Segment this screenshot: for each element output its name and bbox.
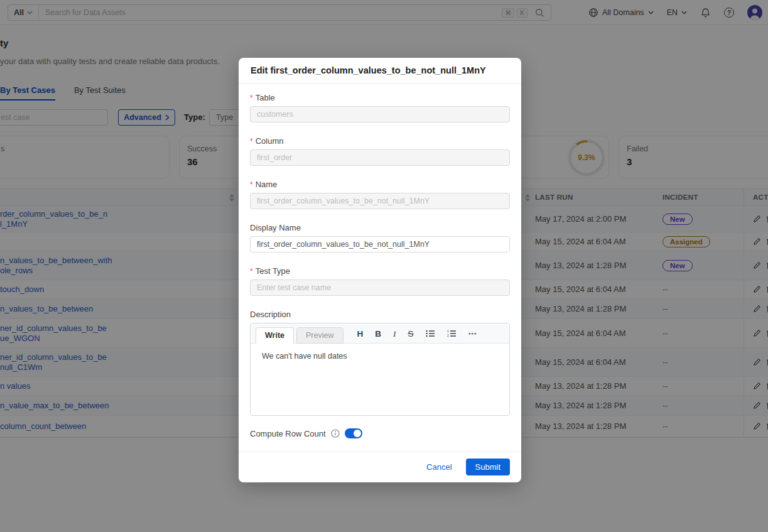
cancel-button[interactable]: Cancel bbox=[426, 462, 452, 472]
svg-text:2: 2 bbox=[447, 334, 449, 337]
name-field-label: * Name bbox=[250, 180, 510, 189]
description-content[interactable]: We can't have null dates bbox=[251, 344, 509, 369]
bold-icon[interactable]: B bbox=[375, 330, 381, 339]
column-field bbox=[250, 149, 510, 166]
more-options-icon[interactable]: ⋯ bbox=[468, 330, 478, 339]
write-tab[interactable]: Write bbox=[256, 327, 294, 344]
required-asterisk: * bbox=[250, 94, 253, 102]
strikethrough-icon[interactable]: S bbox=[408, 330, 414, 339]
numbered-list-icon[interactable]: 12 bbox=[447, 330, 457, 337]
info-icon[interactable] bbox=[331, 429, 340, 438]
description-editor: Write Preview H B I S 12 ⋯ We can't have… bbox=[250, 323, 510, 416]
test-type-field bbox=[250, 280, 510, 296]
name-field bbox=[250, 193, 510, 209]
italic-icon[interactable]: I bbox=[393, 330, 396, 339]
modal-title: Edit first_order_column_values_to_be_not… bbox=[251, 65, 486, 75]
table-field-label: * Table bbox=[250, 93, 510, 102]
bullet-list-icon[interactable] bbox=[426, 330, 435, 337]
submit-button[interactable]: Submit bbox=[466, 459, 510, 475]
test-type-field-label: * Test Type bbox=[250, 266, 510, 276]
heading-icon[interactable]: H bbox=[357, 330, 364, 339]
required-asterisk: * bbox=[250, 180, 253, 189]
modal-header: Edit first_order_column_values_to_be_not… bbox=[239, 58, 521, 84]
edit-test-case-modal: Edit first_order_column_values_to_be_not… bbox=[239, 58, 521, 482]
compute-row-count-row: Compute Row Count bbox=[250, 428, 510, 438]
column-field-label: * Column bbox=[250, 136, 510, 146]
required-asterisk: * bbox=[250, 267, 253, 276]
compute-row-count-label: Compute Row Count bbox=[250, 429, 326, 438]
table-field bbox=[250, 106, 510, 122]
display-name-field-label: Display Name bbox=[250, 223, 510, 232]
toggle-knob bbox=[354, 430, 361, 437]
modal-footer: Cancel Submit bbox=[239, 451, 521, 482]
preview-tab[interactable]: Preview bbox=[296, 327, 343, 344]
svg-text:1: 1 bbox=[447, 330, 449, 333]
required-asterisk: * bbox=[250, 137, 253, 146]
editor-toolbar: Write Preview H B I S 12 ⋯ bbox=[251, 323, 509, 344]
description-field-label: Description bbox=[250, 310, 510, 319]
app-window: All Search for Data Assets ⌘ K All Domai… bbox=[0, 0, 768, 532]
display-name-field[interactable] bbox=[250, 236, 510, 252]
compute-row-count-toggle[interactable] bbox=[345, 428, 362, 438]
modal-body: * Table * Column * Name bbox=[239, 84, 521, 451]
